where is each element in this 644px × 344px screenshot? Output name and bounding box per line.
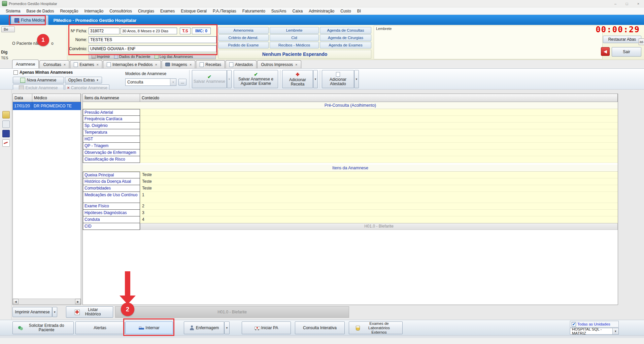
grid-row[interactable]: Frequência Cardíaca xyxy=(83,116,618,123)
grid-row-cid[interactable]: CID H01.0 - Blefarite xyxy=(83,223,618,230)
menu-sus-ans[interactable]: Sus/Ans xyxy=(268,9,290,13)
scroll-right-icon[interactable]: ▶ xyxy=(75,299,81,304)
tab-atestados[interactable]: Atestados xyxy=(226,60,257,68)
imc-badge[interactable]: IMC: 0 xyxy=(192,28,211,34)
tab-ficha-medica[interactable]: Ficha Médica xyxy=(11,15,48,25)
tab-consultas[interactable]: Consultas × xyxy=(39,60,69,68)
scroll-track[interactable] xyxy=(19,299,75,305)
unidade-select[interactable]: HOSPITAL SQL - MATRIZ ▼ xyxy=(570,328,619,335)
quick-agenda-exames-button[interactable]: Agenda de Exames xyxy=(320,42,371,48)
quick-pedido-exame-button[interactable]: Pedido de Exame xyxy=(218,42,269,48)
history-row-selected[interactable]: 17/01/20 DR PROMEDICO TE xyxy=(13,102,81,110)
alertas-button[interactable]: Alertas xyxy=(75,321,125,334)
restaurar-abas-button[interactable]: Restaurar Abas xyxy=(603,36,641,43)
imprimir-dropdown-button[interactable]: ▼ xyxy=(52,307,57,317)
menu-recepcao[interactable]: Recepção xyxy=(57,9,81,13)
history-hscrollbar[interactable]: ◀ ▶ xyxy=(13,299,81,305)
tab-anamnese[interactable]: Anamnese xyxy=(12,60,39,68)
menu-consultorios[interactable]: Consultórios xyxy=(106,9,135,13)
grid-row[interactable]: Temperatura xyxy=(83,129,618,136)
grid-row[interactable]: Hipóteses Diagnósticas 3 xyxy=(83,210,618,216)
tab-internacoes-pedidos[interactable]: Internações e Pedidos × xyxy=(103,60,161,68)
chevron-down-icon[interactable]: ▼ xyxy=(170,79,176,85)
todas-unidades-checkbox[interactable]: ✔ xyxy=(572,322,576,326)
grid-row[interactable]: Observação de Enfermagem xyxy=(83,149,618,156)
maximize-icon[interactable]: □ xyxy=(621,0,633,7)
consulta-interativa-button[interactable]: Consulta Interativa xyxy=(295,321,345,334)
menu-pa-terapias[interactable]: P.A./Terapias xyxy=(210,9,239,13)
row-value[interactable]: Teste xyxy=(140,172,618,178)
menu-estoque-geral[interactable]: Estoque Geral xyxy=(178,9,210,13)
receita-dropdown-button[interactable]: ▼ xyxy=(313,70,318,88)
scroll-left-icon[interactable]: ◀ xyxy=(13,299,19,304)
adicionar-receita-button[interactable]: Adicionar Receita xyxy=(282,70,313,88)
menu-sistema[interactable]: Sistema xyxy=(3,9,23,13)
grid-row[interactable]: QP - Triagem xyxy=(83,143,618,149)
apenas-minhas-checkbox[interactable] xyxy=(13,70,18,75)
close-icon[interactable]: × xyxy=(633,0,644,7)
iniciar-pa-button[interactable]: Iniciar PA xyxy=(242,321,291,334)
contacts-tool-icon[interactable] xyxy=(2,121,10,128)
tab-close-icon[interactable]: × xyxy=(64,63,66,67)
tab-close-icon[interactable]: × xyxy=(155,63,157,67)
panel-tool-icon[interactable] xyxy=(2,130,10,137)
tab-imagens[interactable]: Imagens × xyxy=(162,60,195,68)
tab-close-icon[interactable]: × xyxy=(295,63,297,67)
grid-row[interactable]: Queixa Principal Teste xyxy=(83,172,618,178)
adicionar-atestado-button[interactable]: Adicionar Atestado xyxy=(322,70,354,88)
salvar-anamnese-button[interactable]: ✔ Salvar Anamnese xyxy=(192,70,227,88)
menu-administracao[interactable]: Administração xyxy=(306,9,337,13)
nova-anamnese-button[interactable]: Nova Anamnese xyxy=(13,77,64,83)
grid-row[interactable]: Histórico da Doença Atual Teste xyxy=(83,178,618,185)
quick-cid-button[interactable]: Cid xyxy=(270,34,319,41)
grid-row[interactable]: Sp. Oxigênio xyxy=(83,123,618,129)
tab-receitas[interactable]: Receitas xyxy=(196,60,225,68)
menu-faturamento[interactable]: Faturamento xyxy=(239,9,268,13)
history-col-data[interactable]: Data xyxy=(13,94,32,102)
grid-row[interactable]: HGT xyxy=(83,136,618,143)
enfermagem-button[interactable]: Enfermagem xyxy=(184,321,224,334)
grid-row[interactable]: Medicações de Uso Contínuo 1 xyxy=(83,192,618,203)
convenio-input[interactable] xyxy=(89,45,216,52)
atestado-dropdown-button[interactable]: ▼ xyxy=(354,70,359,88)
menu-base-de-dados[interactable]: Base de Dados xyxy=(23,9,57,13)
minimize-icon[interactable]: – xyxy=(610,0,621,7)
row-value[interactable] xyxy=(140,123,618,129)
solicitar-entr​ada-button[interactable]: Solicitar Entrada do Paciente xyxy=(12,321,74,334)
sair-button[interactable]: Sair xyxy=(612,47,641,57)
menu-bi[interactable]: BI xyxy=(354,9,364,13)
row-value[interactable]: Teste xyxy=(140,185,618,192)
grid-col-conteudo[interactable]: Conteúdo xyxy=(140,94,618,102)
quick-lembrete-button[interactable]: Lembrete xyxy=(270,27,319,34)
row-value[interactable]: 2 xyxy=(140,203,618,210)
lembrete-panel[interactable]: Lembrete xyxy=(374,26,603,59)
row-value[interactable] xyxy=(140,143,618,149)
menu-internacao[interactable]: Internação xyxy=(81,9,106,13)
row-value[interactable] xyxy=(140,136,618,143)
log-anamneses-button[interactable]: Log das Anamneses xyxy=(153,54,195,59)
nome-input[interactable] xyxy=(89,36,216,43)
imprimir-button[interactable]: Imprimir xyxy=(90,54,112,59)
ficha-input[interactable] xyxy=(89,28,120,34)
chevron-down-icon[interactable]: ▼ xyxy=(96,79,99,82)
grid-row[interactable]: Conduta 4 xyxy=(83,216,618,223)
quick-amenorreia-button[interactable]: Amenorreia xyxy=(218,27,269,34)
tab-close-icon[interactable]: × xyxy=(190,63,192,67)
enfermagem-dropdown-button[interactable]: ▼ xyxy=(224,321,230,334)
salvar-aguardar-exame-button[interactable]: ✔ Salvar Anamnese e Aguardar Exame xyxy=(234,70,278,88)
blood-type-badge[interactable]: T.S xyxy=(180,28,191,34)
listar-historico-button[interactable]: Listar Histórico xyxy=(66,306,113,318)
modelos-select[interactable]: Consulta ▼ xyxy=(125,78,176,86)
row-value[interactable]: 4 xyxy=(140,216,618,223)
imprimir-anamnese-button[interactable]: Imprimir Anamnese xyxy=(12,307,52,317)
salvar-dropdown-button[interactable]: ▼ xyxy=(227,70,232,88)
tab-outros-impressos[interactable]: Outros Impressos × xyxy=(257,60,301,68)
tab-exames[interactable]: Exames × xyxy=(70,60,102,68)
partial-tab-be[interactable]: Be xyxy=(1,26,15,32)
row-value[interactable] xyxy=(140,149,618,156)
quick-agenda-consultas-button[interactable]: Agenda de Consultas xyxy=(320,27,371,34)
row-value[interactable] xyxy=(140,116,618,123)
chevron-down-icon[interactable]: ▼ xyxy=(612,328,618,334)
quick-agenda-cirurgias-button[interactable]: Agenda de Cirurgias xyxy=(320,34,371,41)
grid-tool-icon[interactable] xyxy=(2,111,10,118)
